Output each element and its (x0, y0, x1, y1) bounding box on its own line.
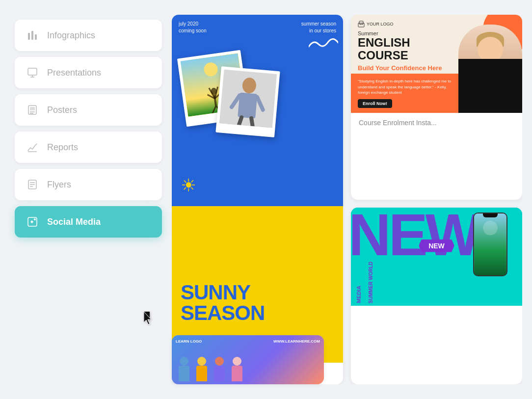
svg-rect-35 (359, 21, 363, 24)
new-big-text: NEW (351, 208, 479, 264)
sunny-season-text: SUNNYSEASON (181, 282, 265, 323)
bottom-card-image: LEARN LOGO WWW.LEARNHERE.COM (172, 335, 324, 384)
course-card-image: YOUR LOGO Summer ENGLISH COURSE Build Yo… (351, 15, 522, 113)
phone-screen-content (474, 213, 506, 275)
svg-rect-7 (30, 107, 35, 110)
summer-card-image: july 2020 coming soon summer season in o… (172, 15, 343, 363)
person-image (458, 25, 522, 113)
summer-top-right-text: summer season in our stores (301, 21, 336, 34)
polaroid-photo-2 (215, 66, 280, 137)
social-media-label: Social Media (47, 217, 101, 227)
presentation-icon (26, 66, 39, 80)
svg-rect-0 (28, 33, 30, 40)
phone-caption (351, 306, 522, 318)
bottom-card-label-right: WWW.LEARNHERE.COM (273, 339, 320, 344)
app-container: Infographics Presentations (0, 0, 532, 399)
posters-label: Posters (47, 105, 77, 115)
person-mini-1 (177, 357, 191, 381)
summer-world-vertical-text: SUMMER WORLD (368, 262, 373, 303)
svg-point-39 (483, 220, 498, 235)
sidebar-item-reports[interactable]: Reports (15, 132, 162, 163)
summer-top-left-text: july 2020 coming soon (179, 21, 207, 34)
svg-point-16 (34, 218, 36, 220)
sidebar-item-flyers[interactable]: Flyers (15, 169, 162, 200)
social-media-icon (26, 215, 39, 229)
course-subtitle: Build Your Confidence Here (358, 64, 442, 72)
card-social-media-phone[interactable]: NEW MEDIA SUMMER WORLD NEW (351, 208, 522, 385)
person-mini-3 (212, 357, 227, 381)
sidebar-item-infographics[interactable]: Infographics (15, 20, 162, 51)
svg-line-32 (239, 117, 241, 125)
svg-rect-3 (28, 68, 37, 75)
course-caption: Course Enrolment Insta... (351, 113, 522, 133)
course-text-area: YOUR LOGO Summer ENGLISH COURSE Build Yo… (358, 21, 442, 72)
reports-label: Reports (47, 142, 78, 153)
main-content: july 2020 coming soon summer season in o… (172, 15, 522, 384)
bar-chart-icon (26, 28, 39, 42)
sidebar-item-posters[interactable]: Posters (15, 94, 162, 126)
course-logo: YOUR LOGO (358, 21, 442, 27)
media-vertical-text: MEDIA (356, 286, 362, 303)
svg-line-33 (251, 118, 253, 126)
svg-rect-1 (31, 31, 33, 40)
course-title-large: ENGLISH COURSE (358, 36, 442, 62)
phone-card-image: NEW MEDIA SUMMER WORLD NEW (351, 208, 522, 306)
person-mini-4 (230, 357, 244, 381)
course-bottom-section: "Studying English in-depth here has chal… (351, 74, 458, 113)
bottom-card-label-left: LEARN LOGO (176, 339, 202, 344)
flyers-icon (26, 178, 39, 191)
phone-mockup (473, 213, 507, 276)
flyers-label: Flyers (47, 180, 71, 190)
presentations-label: Presentations (47, 68, 101, 78)
card-english-course[interactable]: YOUR LOGO Summer ENGLISH COURSE Build Yo… (351, 15, 522, 200)
infographics-label: Infographics (47, 30, 95, 41)
poster-icon (26, 103, 39, 117)
svg-rect-2 (35, 34, 37, 40)
course-quote: "Studying English in-depth here has chal… (358, 79, 452, 95)
mouse-cursor (144, 312, 150, 320)
new-badge: NEW (419, 239, 454, 252)
sidebar-item-presentations[interactable]: Presentations (15, 57, 162, 88)
card-bottom-partial[interactable]: LEARN LOGO WWW.LEARNHERE.COM (172, 335, 324, 384)
man-silhouette (219, 70, 277, 128)
person-mini-2 (194, 357, 209, 381)
card-polaroid-summer[interactable]: july 2020 coming soon summer season in o… (172, 15, 343, 384)
sun-icon: ☀ (181, 175, 196, 196)
enroll-button[interactable]: Enroll Now! (358, 99, 392, 108)
sidebar-item-social-media[interactable]: Social Media (15, 206, 162, 238)
reports-icon (26, 140, 39, 154)
wave-icon (309, 37, 338, 52)
people-group (177, 357, 244, 381)
sidebar: Infographics Presentations (15, 15, 162, 384)
